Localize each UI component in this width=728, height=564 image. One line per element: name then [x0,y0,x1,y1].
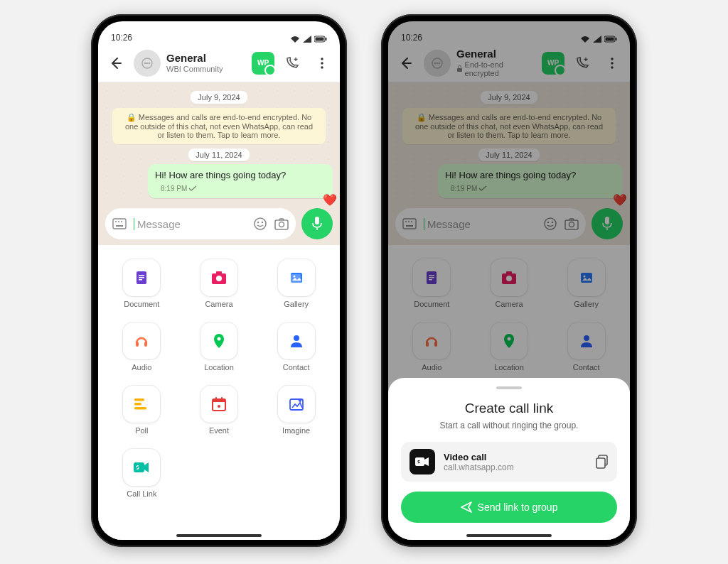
svg-point-30 [293,276,295,278]
svg-point-14 [121,221,122,222]
call-link-card[interactable]: Video call call.whatsapp.com [401,442,617,482]
svg-rect-82 [596,458,605,468]
svg-rect-31 [136,342,139,347]
signal-icon [303,36,311,43]
copy-button[interactable] [596,455,609,469]
chat-area: July 9, 2024 🔒 Messages and calls are en… [98,82,340,202]
phone-left: 10:26 General WBI Community WP [91,14,347,547]
svg-rect-22 [139,275,144,276]
chat-subtitle: WBI Community [166,65,246,73]
send-link-button[interactable]: Send link to group [401,492,617,523]
svg-point-16 [257,222,259,223]
attach-camera[interactable]: Camera [200,259,237,308]
sheet-grabber[interactable] [496,386,522,389]
attach-contact[interactable]: Contact [278,322,315,372]
svg-point-13 [118,221,119,222]
sheet-title: Create call link [401,401,617,416]
emoji-icon[interactable] [253,217,267,231]
clock: 10:26 [111,33,132,43]
svg-rect-39 [213,399,225,402]
svg-rect-20 [315,217,319,224]
chat-title-block[interactable]: General WBI Community [166,53,246,73]
video-link-icon [410,449,435,474]
date-divider-1: July 9, 2024 [191,91,247,104]
back-icon [109,56,123,70]
svg-point-4 [144,62,146,64]
svg-rect-2 [326,38,327,40]
encryption-notice[interactable]: 🔒 Messages and calls are end-to-end encr… [112,108,326,144]
svg-point-6 [149,62,151,64]
composer-row: Message [98,202,340,245]
svg-point-8 [321,62,323,64]
attach-event[interactable]: Event [200,386,237,435]
svg-point-7 [321,58,323,60]
svg-point-17 [262,222,263,223]
back-button[interactable] [104,51,128,75]
attach-call-link[interactable]: Call Link [123,449,160,498]
attach-gallery[interactable]: Gallery [278,259,315,308]
message-input[interactable]: Message [105,208,296,239]
chat-avatar[interactable] [134,50,161,77]
link-url: call.whatsapp.com [444,462,587,472]
svg-point-15 [255,218,266,229]
svg-point-19 [279,222,284,227]
whatsapp-badge[interactable]: WP [252,52,274,75]
wifi-icon [290,36,300,43]
date-divider-2: July 11, 2024 [188,148,249,161]
top-bar: General WBI Community WP [98,44,340,82]
phone-right: 10:26 General End-to-end encrypted WP Ju… [381,14,637,547]
message-placeholder: Message [134,218,246,230]
svg-rect-11 [116,225,123,227]
attach-label: Document [124,300,159,308]
attach-audio[interactable]: Audio [123,322,160,372]
camera-icon[interactable] [274,217,289,230]
svg-rect-32 [144,342,147,347]
svg-point-9 [321,66,323,68]
svg-rect-1 [316,38,324,41]
attach-location[interactable]: Location [200,322,237,372]
svg-point-5 [146,62,149,64]
svg-point-33 [217,337,220,341]
sent-check-icon [188,185,197,192]
svg-point-34 [294,335,299,341]
more-button[interactable] [310,51,334,75]
svg-rect-35 [134,398,144,401]
call-link-sheet: Create call link Start a call without ri… [388,378,630,540]
svg-point-12 [115,221,117,222]
svg-rect-36 [134,403,141,406]
attachment-grid: Document Camera Gallery Audio Location C… [107,259,331,498]
svg-point-26 [216,276,222,281]
call-button[interactable] [280,51,304,75]
mic-icon [311,216,323,232]
svg-rect-37 [134,407,146,410]
attach-tile [123,259,160,296]
status-bar: 10:26 [98,21,340,44]
svg-rect-24 [139,279,142,281]
svg-rect-23 [139,277,144,278]
screen-right: 10:26 General End-to-end encrypted WP Ju… [388,21,630,540]
send-link-label: Send link to group [478,501,558,513]
phone-plus-icon [284,55,300,71]
chat-title: General [166,53,246,65]
keyboard-icon [112,218,127,229]
svg-rect-27 [216,271,222,274]
attach-poll[interactable]: Poll [123,386,160,435]
group-icon [140,56,154,70]
attach-imagine[interactable]: Imagine [278,386,315,435]
svg-rect-41 [221,397,223,401]
svg-rect-10 [113,219,126,229]
svg-point-42 [218,405,220,408]
message-time: 8:19 PM [161,185,187,192]
battery-icon [314,36,327,43]
attach-document[interactable]: Document [123,259,160,308]
link-type: Video call [444,452,587,462]
message-bubble[interactable]: Hi! How are things going today? 8:19 PM … [148,164,333,198]
heart-reaction[interactable]: ❤️ [323,193,337,207]
copy-icon [596,455,609,469]
send-icon [461,501,472,513]
sheet-subtitle: Start a call without ringing the group. [401,421,617,430]
voice-button[interactable] [301,208,333,239]
svg-rect-40 [215,397,217,401]
more-vert-icon [316,57,328,70]
screen-left: 10:26 General WBI Community WP [98,21,340,540]
